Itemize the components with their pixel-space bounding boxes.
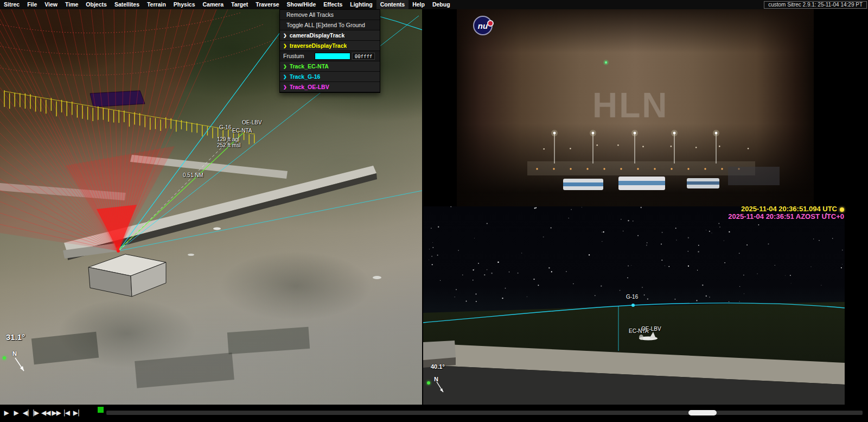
playback-bar: ▶ ▶ ◀| |▶ ◀◀ ▶▶ |◀ ▶| [0,405,868,422]
timeline-scrubber[interactable] [106,411,863,415]
utc-timestamp-text: 2025-11-04 20:36:51.094 UTC [741,205,837,213]
menu-effects[interactable]: Effects [320,0,346,9]
north-arrow-icon [12,356,34,377]
menu-item-label: Remove All Tracks [286,10,334,20]
version-info: custom Sitrec 2.9.1: 25-11-04 14:29 PT [764,1,867,9]
rewind-button[interactable]: ◀◀ [41,408,50,418]
contents-dropdown: Remove All Tracks Toggle ALL [E]xtend To… [279,9,380,93]
menu-item-label: Track_EC-NTA [290,61,329,72]
expand-arrow-icon: ❯ [283,61,287,71]
transport-controls: ▶ ▶ ◀| |▶ ◀◀ ▶▶ |◀ ▶| [2,408,81,418]
menu-bar: Sitrec File View Time Objects Satellites… [0,0,868,9]
nu-logo-text: nu [478,21,488,30]
menu-view[interactable]: View [41,0,61,9]
night-track-label-oe-lbv: OE-LBV [641,326,661,332]
menu-item-label: Track_OE-LBV [290,82,329,92]
menu-item-frustum[interactable]: Frustum 00ffff [280,51,380,61]
menu-target[interactable]: Target [227,0,252,9]
menu-camera[interactable]: Camera [199,0,228,9]
menu-objects[interactable]: Objects [82,0,111,9]
fast-forward-button[interactable]: ▶▶ [51,408,61,418]
range-label: 0.51 NM [183,172,203,178]
night-heading-label: 40.1° [431,363,445,370]
nu-logo-badge-icon [487,20,494,27]
menu-time[interactable]: Time [61,0,82,9]
menu-item-label: Track_G-16 [290,72,321,82]
menu-help[interactable]: Help [409,0,429,9]
night-north-arrow-icon [434,380,451,398]
timestamp-block: 2025-11-04 20:36:51.094 UTC 2025-11-04 2… [728,205,844,221]
menu-sitrec[interactable]: Sitrec [0,0,23,9]
night-track-label-g16: G-16 [626,294,638,300]
frustum-color-value[interactable]: 00ffff [352,53,375,60]
local-timestamp: 2025-11-04 20:36:51 AZOST UTC+0 [728,213,844,221]
frame-forward-button[interactable]: |▶ [31,408,40,418]
compass-origin-dot [3,356,6,360]
record-indicator[interactable] [98,407,104,413]
menu-show-hide[interactable]: Show/Hide [283,0,320,9]
expand-arrow-icon: ❯ [283,30,287,40]
menu-terrain[interactable]: Terrain [143,0,170,9]
menu-debug[interactable]: Debug [429,0,454,9]
menu-file[interactable]: File [23,0,41,9]
night-compass-origin-dot [427,381,430,385]
menu-satellites[interactable]: Satellites [111,0,143,9]
play-button[interactable]: ▶ [2,408,11,418]
menu-item-track-g16[interactable]: ❯ Track_G-16 [280,72,380,82]
menu-item-label: cameraDisplayTrack [290,30,345,41]
expand-arrow-icon: ❯ [283,40,287,51]
menu-traverse[interactable]: Traverse [252,0,283,9]
frame-back-button[interactable]: ◀| [21,408,30,418]
menu-physics[interactable]: Physics [170,0,199,9]
menu-item-label: Toggle ALL [E]xtend To Ground [286,20,365,30]
night-camera-view[interactable]: G-16 EC-NTA OE-LBV 40.1° N [423,206,845,405]
jump-end-button[interactable]: ▶| [72,408,81,418]
menu-lighting[interactable]: Lighting [346,0,376,9]
jump-start-button[interactable]: |◀ [62,408,71,418]
track-label-g16: G-16 [219,124,231,130]
local-timestamp-text: 2025-11-04 20:36:51 AZOST UTC+0 [728,212,844,221]
utc-timestamp: 2025-11-04 20:36:51.094 UTC [728,205,844,213]
camera-heading-label: 31.1° [6,332,25,342]
expand-arrow-icon: ❯ [283,81,287,92]
video-panel[interactable]: HLN nu [457,9,814,206]
menu-item-camera-display-track[interactable]: ❯ cameraDisplayTrack [280,30,380,41]
scrubber-handle[interactable] [688,410,717,415]
track-label-ec-nta: EC-NTA [232,128,252,134]
altitude-msl-label: 252 ft msl [217,142,240,148]
menu-item-traverse-display-track[interactable]: ❯ traverseDisplayTrack [280,41,380,51]
menu-item-label: Frustum [283,51,315,61]
play-alt-button[interactable]: ▶ [11,408,21,418]
sun-marker-icon [840,207,844,212]
hln-watermark: HLN [592,85,669,125]
menu-item-label: traverseDisplayTrack [290,41,347,51]
menu-item-track-oe-lbv[interactable]: ❯ Track_OE-LBV [280,82,380,92]
sitrec-app: Sitrec File View Time Objects Satellites… [0,0,868,422]
altitude-agl-label: 129 ft agl [217,136,239,142]
frustum-color-swatch[interactable] [315,53,350,60]
expand-arrow-icon: ❯ [283,71,287,81]
night-scene [423,206,845,405]
menu-contents[interactable]: Contents [376,0,409,9]
menu-item-remove-all-tracks[interactable]: Remove All Tracks [280,10,380,20]
track-label-oe-lbv: OE-LBV [242,119,262,125]
menu-item-toggle-extend-to-ground[interactable]: Toggle ALL [E]xtend To Ground [280,20,380,30]
menu-item-track-ec-nta[interactable]: ❯ Track_EC-NTA [280,61,380,72]
